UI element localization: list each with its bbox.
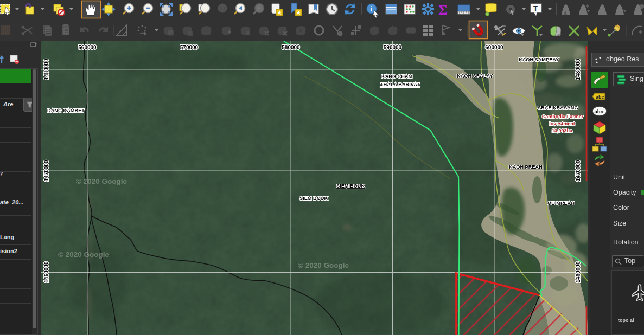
svg-text:1460000: 1460000 <box>575 261 581 282</box>
svg-text:SIEM BOUK: SIEM BOUK <box>336 183 365 189</box>
svg-text:SRAE KRASANG: SRAE KRASANG <box>538 105 578 111</box>
svg-text:KAOH SAMPEAY: KAOH SAMPEAY <box>519 57 559 62</box>
svg-text:1:1: 1:1 <box>220 7 225 10</box>
svg-text:Cambodia Farmer: Cambodia Farmer <box>542 114 584 119</box>
svg-text:Σ: Σ <box>438 2 448 18</box>
svg-text:1470000: 1470000 <box>43 160 49 181</box>
svg-text:T: T <box>533 4 538 12</box>
svg-text:600000: 600000 <box>485 44 503 50</box>
svg-text:560000: 560000 <box>78 44 97 50</box>
svg-text:590000: 590000 <box>384 44 402 50</box>
svg-text:OU MREAH: OU MREAH <box>547 201 575 206</box>
svg-text:1470000: 1470000 <box>575 160 581 181</box>
svg-text:THALA BARIVAT: THALA BARIVAT <box>380 82 420 87</box>
svg-text:KAOH PREAH: KAOH PREAH <box>509 164 543 170</box>
svg-text:13,993ha: 13,993ha <box>552 128 573 133</box>
svg-text:SIEM BOUK: SIEM BOUK <box>299 196 328 201</box>
svg-text:1480000: 1480000 <box>575 59 581 80</box>
svg-text:© 2020 Google: © 2020 Google <box>76 177 127 185</box>
svg-text:KANG CHAM: KANG CHAM <box>381 74 413 79</box>
svg-text:abc: abc <box>595 108 603 114</box>
svg-text:abc: abc <box>596 94 604 100</box>
svg-text:570000: 570000 <box>180 44 199 50</box>
svg-text:DANG KAMBET: DANG KAMBET <box>47 108 85 113</box>
svg-text:Investment: Investment <box>549 121 575 126</box>
svg-text:580000: 580000 <box>282 44 300 50</box>
svg-text:1460000: 1460000 <box>43 261 49 282</box>
svg-text:KAOH SRALAY: KAOH SRALAY <box>457 73 493 79</box>
svg-text:© 2020 Google: © 2020 Google <box>58 250 109 259</box>
svg-text:1480000: 1480000 <box>43 59 49 80</box>
svg-text:© 2020 Google: © 2020 Google <box>298 261 349 269</box>
